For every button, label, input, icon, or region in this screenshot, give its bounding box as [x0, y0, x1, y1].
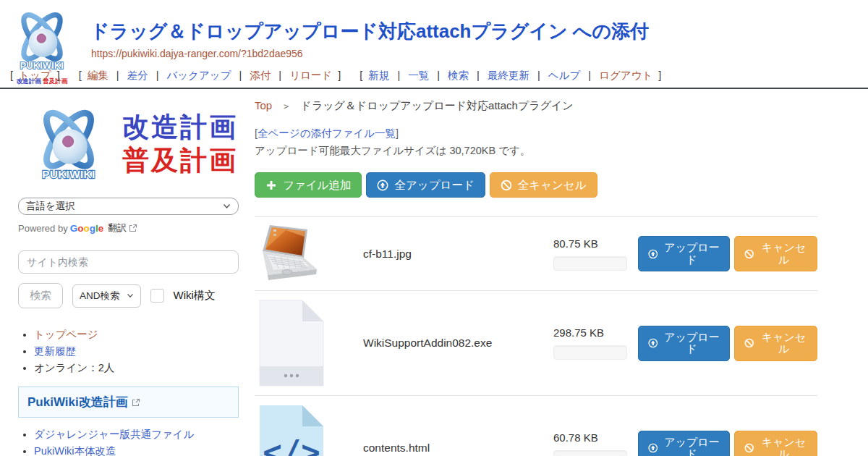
main-content: Top ＞ ドラッグ＆ドロップアップロード対応attachプラグイン [全ページ…	[253, 89, 868, 456]
upload-circle-icon	[377, 180, 388, 191]
file-size-block: 80.75 KB	[553, 237, 638, 271]
ban-circle-icon	[744, 442, 754, 454]
page-title: ドラッグ＆ドロップアップロード対応attachプラグイン への添付	[90, 19, 649, 44]
sidebar-project-banner[interactable]: PukiWiki改造計画	[18, 387, 239, 418]
file-row: </> contents.html 60.78 KB アップロード	[255, 395, 817, 456]
upload-progress-bar	[553, 256, 627, 271]
file-row-actions: アップロード キャンセル	[638, 431, 817, 456]
page-header: PUKIWIKI 改造計画 普及計画 ドラッグ＆ドロップアップロード対応atta…	[0, 0, 868, 89]
cancel-button[interactable]: キャンセル	[734, 236, 817, 271]
sidebar-item-update-history[interactable]: 更新履歴	[34, 345, 76, 357]
file-row: WikiSupportAddin082.exe 298.75 KB アップロード	[255, 290, 817, 395]
nav-recent-link[interactable]: 最終更新	[488, 69, 529, 81]
nav-logout-link[interactable]: ログアウト	[599, 69, 652, 81]
breadcrumb-home-link[interactable]: Top	[255, 99, 272, 111]
cancel-button[interactable]: キャンセル	[734, 326, 817, 361]
nav-separator: |	[588, 69, 591, 81]
site-search-input[interactable]	[18, 250, 239, 274]
all-pages-attach-list-link[interactable]: 全ページの添付ファイル一覧	[258, 127, 396, 139]
online-count: オンライン：2人	[34, 362, 114, 373]
cancel-all-button[interactable]: 全キャンセル	[490, 172, 597, 198]
max-file-size-note: アップロード可能最大ファイルサイズは 30,720KB です。	[255, 144, 817, 158]
wiki-syntax-label: Wiki構文	[174, 289, 216, 303]
upload-progress-bar	[553, 450, 627, 456]
nav-attach-link[interactable]: 添付	[250, 69, 271, 81]
file-name: contents.html	[363, 442, 553, 455]
search-mode-select[interactable]: AND検索	[72, 284, 141, 308]
nav-separator: |	[116, 69, 119, 81]
breadcrumb: Top ＞ ドラッグ＆ドロップアップロード対応attachプラグイン	[255, 99, 817, 113]
nav-separator: |	[537, 69, 540, 81]
file-row-actions: アップロード キャンセル	[638, 236, 817, 271]
nav-separator: |	[477, 69, 480, 81]
html-file-icon: </>	[255, 404, 325, 456]
file-size: 60.78 KB	[553, 431, 638, 444]
sidebar: PUKIWIKI 改造計画 普及計画 言語を選択 Powered by Goog…	[0, 89, 253, 456]
nav-reload-link[interactable]: リロード	[289, 69, 332, 81]
nav-top-link[interactable]: トップ	[19, 69, 51, 81]
nav-separator: |	[397, 69, 400, 81]
nav-search-link[interactable]: 検索	[448, 69, 469, 81]
sidebar-item-top-page[interactable]: トップページ	[34, 329, 98, 340]
list-item: PukiWiki本体改造	[34, 444, 239, 456]
google-translate-attribution: Powered by Google 翻訳	[18, 221, 239, 235]
pukiwiki-atom-icon: PUKIWIKI	[10, 4, 74, 77]
upload-file-list: cf-b11.jpg 80.75 KB アップロード	[255, 216, 817, 456]
page-url-link[interactable]: https://pukiwiki.dajya-ranger.com/?1bd2d…	[91, 48, 303, 59]
nav-separator: |	[278, 69, 281, 81]
file-row: cf-b11.jpg 80.75 KB アップロード	[255, 216, 817, 290]
sidebar-item-core-mod[interactable]: PukiWiki本体改造	[34, 445, 116, 456]
svg-text:</>: </>	[263, 434, 320, 456]
add-files-button[interactable]: ファイル追加	[255, 172, 362, 198]
nav-separator: |	[437, 69, 440, 81]
sidebar-item-common-files[interactable]: ダジャレンジャー版共通ファイル	[34, 428, 194, 440]
language-select-value: 言語を選択	[26, 200, 75, 213]
external-link-icon	[132, 398, 140, 407]
nav-group-page: [ 編集 | 差分 | バックアップ | 添付 | リロード ]	[76, 69, 347, 81]
nav-group-top: [ トップ ]	[7, 69, 66, 81]
language-select[interactable]: 言語を選択	[18, 198, 239, 215]
upload-progress-bar	[553, 345, 627, 360]
upload-circle-icon	[648, 442, 658, 454]
ban-circle-icon	[501, 180, 512, 191]
nav-group-site: [ 新規 | 一覧 | 検索 | 最終更新 | ヘルプ | ログアウト ]	[357, 69, 664, 81]
nav-backup-link[interactable]: バックアップ	[166, 69, 231, 81]
nav-help-link[interactable]: ヘルプ	[548, 69, 581, 81]
nav-new-link[interactable]: 新規	[368, 69, 389, 81]
pukiwiki-atom-icon: PUKIWIKI	[18, 104, 119, 185]
file-name: WikiSupportAddin082.exe	[363, 337, 553, 350]
upload-button[interactable]: アップロード	[638, 431, 730, 456]
nav-edit-link[interactable]: 編集	[88, 69, 109, 81]
file-size: 298.75 KB	[553, 326, 638, 339]
nav-diff-link[interactable]: 差分	[127, 69, 148, 81]
sidebar-quick-links: トップページ 更新履歴 オンライン：2人	[18, 327, 239, 376]
file-name: cf-b11.jpg	[363, 248, 553, 261]
sidebar-site-logo[interactable]: PUKIWIKI 改造計画 普及計画	[18, 104, 239, 185]
file-size-block: 60.78 KB	[553, 431, 638, 456]
generic-file-icon	[255, 299, 325, 387]
breadcrumb-separator: ＞	[281, 101, 291, 111]
nav-list-link[interactable]: 一覧	[408, 69, 429, 81]
list-item: 更新履歴	[34, 344, 239, 360]
file-size-block: 298.75 KB	[553, 326, 638, 360]
upload-all-button[interactable]: 全アップロード	[366, 172, 485, 198]
search-button[interactable]: 検索	[18, 283, 63, 308]
external-link-icon	[129, 224, 137, 232]
list-item: オンライン：2人	[34, 360, 239, 376]
upload-toolbar: ファイル追加 全アップロード 全キャンセル	[255, 172, 817, 198]
breadcrumb-current: ドラッグ＆ドロップアップロード対応attachプラグイン	[301, 99, 574, 111]
laptop-photo-thumbnail	[255, 224, 320, 284]
upload-button[interactable]: アップロード	[638, 326, 730, 361]
chevron-down-icon	[223, 203, 231, 209]
sidebar-menu-links: ダジャレンジャー版共通ファイル PukiWiki本体改造 PukiWikiテキス…	[18, 427, 239, 456]
wiki-syntax-checkbox[interactable]	[150, 289, 164, 303]
translate-link[interactable]: 翻訳	[108, 221, 127, 235]
file-size: 80.75 KB	[553, 237, 638, 250]
attach-list-line: [全ページの添付ファイル一覧]	[255, 127, 817, 140]
top-navigation: [ トップ ] [ 編集 | 差分 | バックアップ | 添付 | リロード ]…	[7, 69, 674, 83]
upload-circle-icon	[648, 337, 658, 349]
cancel-button[interactable]: キャンセル	[734, 431, 817, 456]
upload-button[interactable]: アップロード	[638, 236, 730, 271]
upload-circle-icon	[648, 248, 658, 260]
ban-circle-icon	[744, 337, 754, 349]
